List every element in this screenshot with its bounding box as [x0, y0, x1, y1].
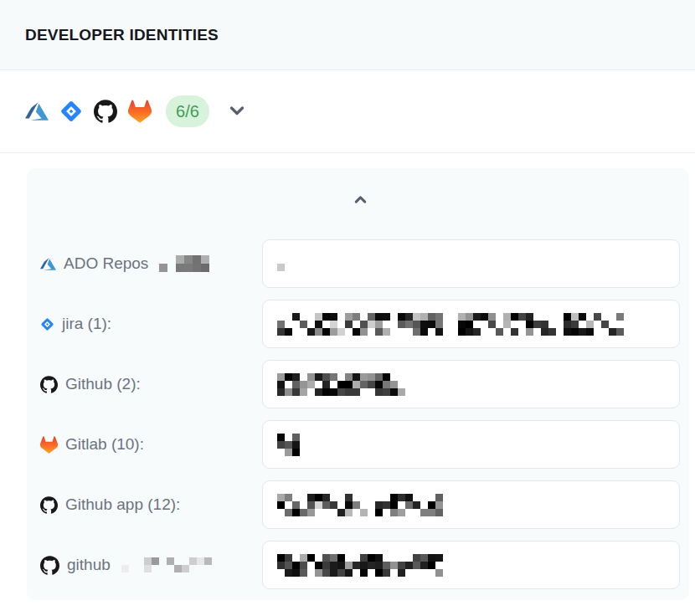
redacted-text: [159, 255, 226, 272]
gitlab-icon: [40, 436, 58, 454]
identity-label-text: Github app (12):: [65, 495, 180, 514]
redacted-value: [277, 434, 300, 456]
identity-label-text: Github (2):: [65, 375, 141, 393]
github-icon: [40, 376, 58, 393]
section-header: DEVELOPER IDENTITIES: [0, 0, 695, 70]
redacted-value: [277, 494, 443, 516]
redacted-value: [277, 256, 292, 271]
identity-value-input[interactable]: [262, 360, 680, 408]
identity-label: ADO Repos: [40, 254, 262, 273]
chevron-up-icon: [352, 191, 369, 211]
identity-value-input[interactable]: [262, 420, 680, 469]
identity-label: Github app (12):: [40, 495, 262, 514]
gitlab-icon: [128, 100, 152, 123]
identity-label-text: jira (1):: [62, 315, 111, 333]
identity-row-ado-repos: ADO Repos: [40, 239, 680, 288]
identities-panel: ADO Repos jira (1): G: [27, 168, 689, 600]
identity-value-input[interactable]: [262, 480, 680, 529]
github-icon: [40, 496, 58, 514]
identity-label: jira (1):: [40, 315, 262, 333]
identity-rows: ADO Repos jira (1): G: [40, 239, 680, 589]
jira-icon: [59, 100, 83, 123]
redacted-value: [277, 373, 405, 396]
identity-row-gitlab: Gitlab (10):: [40, 420, 680, 469]
identity-label: Gitlab (10):: [40, 435, 262, 454]
jira-icon: [40, 317, 54, 331]
github-icon: [40, 556, 59, 575]
page-title: DEVELOPER IDENTITIES: [25, 26, 219, 44]
github-icon: [94, 100, 117, 123]
identity-row-github-app: Github app (12):: [40, 480, 680, 529]
identity-label: github: [40, 556, 262, 575]
expand-collapse-button[interactable]: [225, 100, 249, 123]
identities-count-badge: 6/6: [166, 95, 209, 127]
azure-devops-icon: [40, 256, 56, 272]
identity-value-input[interactable]: [262, 300, 680, 348]
azure-devops-icon: [25, 100, 49, 123]
collapse-panel-button[interactable]: [345, 192, 375, 210]
redacted-value: [277, 313, 624, 336]
identity-row-jira: jira (1):: [40, 300, 680, 348]
chevron-down-icon: [226, 100, 248, 124]
identity-label: Github (2):: [40, 375, 262, 393]
identity-label-text: ADO Repos: [64, 254, 148, 273]
identity-value-input[interactable]: [262, 541, 680, 589]
identity-row-github-user: github: [40, 541, 680, 589]
identity-label-text: github: [67, 556, 111, 574]
identity-row-github: Github (2):: [40, 360, 680, 408]
redacted-value: [277, 554, 443, 577]
identities-summary-bar: 6/6: [0, 70, 695, 153]
identity-label-text: Gitlab (10):: [65, 435, 144, 454]
identity-value-input[interactable]: [262, 239, 680, 288]
redacted-text: [121, 557, 212, 572]
